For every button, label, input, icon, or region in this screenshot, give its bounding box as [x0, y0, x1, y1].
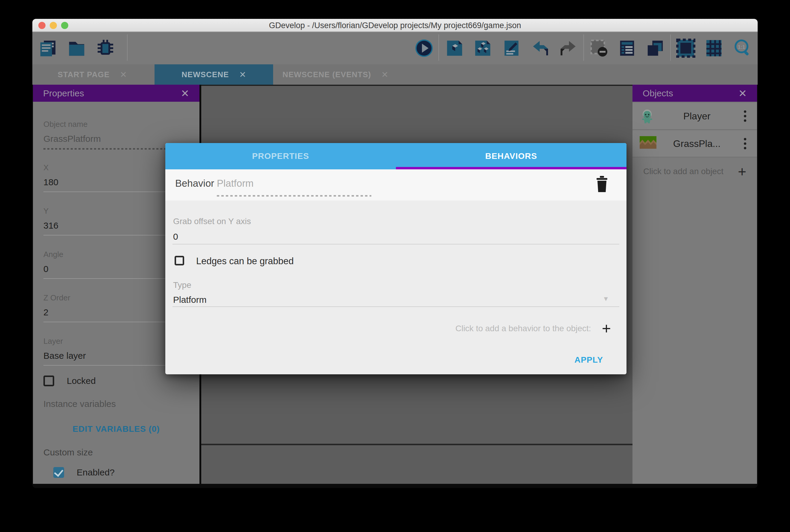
selection-mask-icon[interactable]	[676, 39, 695, 58]
close-panel-icon[interactable]: ✕	[738, 88, 747, 99]
objects-panel-header: Objects ✕	[632, 85, 757, 102]
grab-offset-label: Grab offset on Y axis	[173, 216, 251, 226]
redo-icon[interactable]	[559, 39, 578, 58]
tab-newscene-events[interactable]: NEWSCENE (EVENTS) ✕	[276, 64, 395, 85]
apply-button[interactable]: APPLY	[574, 355, 603, 365]
ledges-checkbox[interactable]	[174, 256, 184, 265]
enabled-checkbox[interactable]	[53, 467, 64, 478]
instances-list-icon[interactable]	[618, 39, 637, 58]
object-name: GrassPla...	[655, 138, 739, 149]
enabled-checkbox-row[interactable]: Enabled?	[53, 467, 115, 478]
close-tab-icon[interactable]: ✕	[381, 70, 388, 80]
undo-icon[interactable]	[531, 39, 550, 58]
toolbar-separator	[438, 34, 439, 61]
enabled-label: Enabled?	[77, 468, 115, 477]
grid-icon[interactable]	[704, 39, 723, 58]
player-thumbnail-icon	[640, 109, 655, 124]
behavior-label: Behavior	[175, 178, 214, 189]
objects-group-icon[interactable]	[473, 39, 492, 58]
toolbar-separator	[670, 34, 671, 61]
file-icon[interactable]	[38, 39, 57, 58]
close-panel-icon[interactable]: ✕	[181, 88, 189, 99]
close-tab-icon[interactable]: ✕	[120, 70, 127, 80]
add-behavior-label: Click to add a behavior to the object:	[456, 324, 591, 333]
debugger-icon[interactable]	[96, 39, 115, 58]
locked-label: Locked	[67, 376, 96, 386]
layers-icon[interactable]	[646, 39, 665, 58]
custom-size-label: Custom size	[43, 447, 93, 457]
deselect-instances-icon[interactable]	[589, 39, 608, 58]
properties-panel-header: Properties ✕	[33, 85, 199, 102]
behavior-name-input[interactable]: Platform	[217, 178, 254, 189]
edit-variables-button[interactable]: EDIT VARIABLES (0)	[33, 424, 199, 434]
toolbar-separator	[583, 34, 584, 61]
chevron-down-icon[interactable]: ▼	[603, 295, 609, 303]
tab-label: START PAGE	[57, 70, 110, 79]
canvas-divider	[201, 444, 632, 445]
play-icon[interactable]	[415, 39, 434, 58]
grass-platform-thumbnail-icon	[640, 136, 655, 151]
behavior-name-row: Behavior Platform	[165, 169, 626, 201]
object-row-player[interactable]: Player	[632, 103, 757, 130]
tab-newscene[interactable]: NEWSCENE ✕	[154, 64, 273, 85]
zoom-icon[interactable]: 1:1	[733, 39, 752, 58]
editor-tabbar: START PAGE ✕ NEWSCENE ✕ NEWSCENE (EVENTS…	[32, 64, 758, 85]
delete-behavior-icon[interactable]	[595, 176, 608, 192]
edit-scene-icon[interactable]	[502, 39, 521, 58]
dialog-tab-behaviors[interactable]: BEHAVIORS	[396, 143, 626, 169]
object-cube-icon[interactable]	[445, 39, 464, 58]
svg-text:1:1: 1:1	[738, 44, 746, 50]
dialog-tabbar: PROPERTIES BEHAVIORS	[165, 143, 626, 169]
dialog-tab-properties[interactable]: PROPERTIES	[165, 143, 396, 169]
grab-offset-underline	[172, 244, 619, 245]
object-menu-icon[interactable]	[739, 110, 751, 122]
add-behavior-icon[interactable]: +	[602, 323, 611, 335]
panel-title: Properties	[43, 88, 84, 98]
active-tab-indicator	[396, 167, 626, 169]
grab-offset-input[interactable]: 0	[173, 232, 178, 242]
type-label: Type	[173, 280, 191, 290]
add-object-row[interactable]: Click to add an object +	[632, 159, 757, 184]
object-row-grassplatform[interactable]: GrassPla...	[632, 131, 757, 157]
add-object-label: Click to add an object	[643, 167, 723, 176]
panel-title: Objects	[643, 88, 673, 98]
behaviors-dialog: PROPERTIES BEHAVIORS Behavior Platform G…	[165, 143, 626, 374]
tab-label: NEWSCENE	[182, 70, 229, 79]
type-underline	[172, 306, 619, 307]
field-label: Object name	[43, 120, 189, 129]
add-behavior-row[interactable]: Click to add a behavior to the object: +	[456, 323, 611, 335]
locked-checkbox[interactable]	[43, 376, 54, 386]
window-title: GDevelop - /Users/florian/GDevelop proje…	[32, 19, 758, 32]
object-menu-icon[interactable]	[739, 138, 751, 149]
ledges-label: Ledges can be grabbed	[196, 256, 294, 267]
object-name: Player	[655, 111, 739, 122]
type-select[interactable]: Platform	[173, 295, 207, 305]
field-value: GrassPlatform	[43, 134, 189, 144]
add-object-icon[interactable]: +	[738, 164, 746, 180]
close-tab-icon[interactable]: ✕	[239, 70, 246, 80]
tab-label: NEWSCENE (EVENTS)	[282, 70, 371, 79]
objects-panel: Objects ✕ Player GrassPla...	[632, 85, 757, 484]
instance-variables-label: Instance variables	[43, 399, 116, 409]
main-toolbar: 1:1	[32, 32, 758, 64]
titlebar: GDevelop - /Users/florian/GDevelop proje…	[32, 19, 758, 32]
behavior-name-underline	[217, 195, 371, 196]
locked-checkbox-row[interactable]: Locked	[43, 376, 96, 386]
toolbar-separator	[127, 34, 128, 61]
folder-icon[interactable]	[67, 39, 86, 58]
tab-start-page[interactable]: START PAGE ✕	[33, 64, 151, 85]
